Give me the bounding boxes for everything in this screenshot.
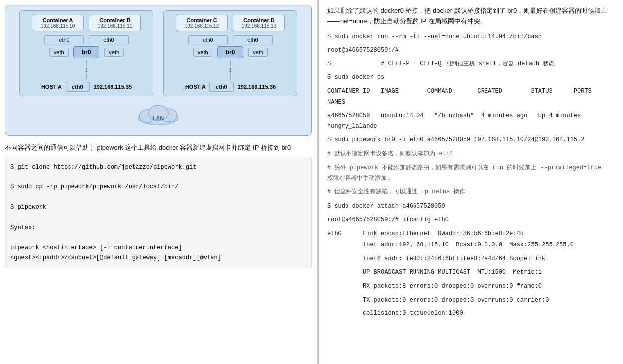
host-bottom-1: HOST A eth0 192.168.115.35 — [24, 82, 149, 92]
container-d-ip: 192.168.115.13 — [237, 23, 280, 29]
container-d-name: Container D — [237, 17, 280, 23]
eth0-row-1: eth0 eth0 — [24, 35, 149, 44]
container-c-name: Container C — [180, 17, 223, 23]
container-a-name: Container A — [36, 17, 79, 23]
code-line: CONTAINER ID IMAGE COMMAND CREATED STATU… — [327, 86, 615, 108]
br0-2: br0 — [217, 46, 244, 58]
container-a: Container A 192.168.115.10 — [32, 15, 84, 31]
svg-text:LAN: LAN — [153, 115, 164, 121]
host-a2-label: HOST A — [185, 84, 206, 90]
container-d: Container D 192.168.115.13 — [233, 15, 285, 31]
bridge-row-2: veth br0 veth — [168, 46, 293, 58]
comment-line: # 但这种安全性有缺陷，可以通过 ip netns 操作 — [327, 187, 615, 197]
connector-1: ↕ — [24, 60, 149, 80]
code-line: root@a46657528059:/# — [327, 45, 615, 56]
network-diagram: Container A 192.168.115.10 Container B 1… — [5, 5, 312, 136]
left-description: 不同容器之间的通信可以借助于 pipework 这个工具给 docker 容器新… — [5, 143, 312, 153]
code-line: $ sudo pipework br0 -i eth0 a46657528059… — [327, 135, 615, 146]
lan-cloud-svg: LAN — [134, 100, 183, 127]
veth-right-1: veth — [104, 48, 124, 57]
veth-right-2: veth — [248, 48, 268, 57]
container-b: Container B 192.168.115.11 — [89, 15, 141, 31]
code-line: inet6 addr: fe80::84b6:6bff:fee8:2e4d/64… — [327, 254, 615, 265]
connector-2: ↕ — [168, 60, 293, 80]
veth-left-1: veth — [49, 48, 69, 57]
host-a2-ip: 192.168.115.36 — [238, 84, 276, 90]
veth-left-2: veth — [193, 48, 212, 57]
br0-1: br0 — [73, 46, 100, 58]
comment-line: # 另外 pipework 不能添加静态路由，如果有需求则可以在 run 的时候… — [327, 163, 615, 183]
eth0-box-right-1: eth0 — [89, 35, 129, 44]
host-bottom-2: HOST A eth0 192.168.115.36 — [168, 82, 293, 92]
code-line: $ # Ctrl-P + Ctrl-Q 回到宿主机 shell，容器 detac… — [327, 59, 615, 70]
host-a1-label: HOST A — [41, 84, 62, 90]
right-panel: 如果删除了默认的 docker0 桥接，把 docker 默认桥接指定到了 br… — [319, 0, 623, 364]
code-line: collisions:0 txqueuelen:1000 — [327, 308, 615, 319]
left-code-block: $ git clone https://github.com/jpetazzo/… — [5, 158, 312, 268]
containers-row-1: Container A 192.168.115.10 Container B 1… — [24, 15, 149, 31]
code-line: $ sudo docker attach a46657528059 — [327, 201, 615, 212]
right-lines-container: $ sudo docker run --rm -ti --net=none ub… — [327, 32, 615, 319]
containers-row-2: Container C 192.168.115.12 Container D 1… — [168, 15, 293, 31]
vline-1b — [86, 74, 87, 80]
arrow-1: ↕ — [84, 66, 88, 74]
hosts-row: Container A 192.168.115.10 Container B 1… — [10, 10, 306, 96]
bridge-row-1: veth br0 veth — [24, 46, 149, 58]
eth0-box-left-2: eth0 — [188, 35, 228, 44]
arrow-2: ↕ — [228, 66, 232, 74]
code-line: inet addr:192.168.115.10 Bcast:0.0.0.0 M… — [327, 240, 615, 251]
code-line: $ sudo docker run --rm -ti --net=none ub… — [327, 32, 615, 43]
container-c-ip: 192.168.115.12 — [180, 23, 223, 29]
code-line: RX packets:8 errors:0 dropped:0 overruns… — [327, 281, 615, 292]
right-description: 如果删除了默认的 docker0 桥接，把 docker 默认桥接指定到了 br… — [327, 6, 615, 27]
code-line: a46657528059 ubuntu:14.04 "/bin/bash" 4 … — [327, 111, 615, 132]
container-b-ip: 192.168.115.11 — [93, 23, 137, 29]
code-line: UP BROADCAST RUNNING MULTICAST MTU:1500 … — [327, 267, 615, 278]
code-line: TX packets:9 errors:0 dropped:0 overruns… — [327, 295, 615, 306]
code-line: eth0 Link encap:Ethernet HWaddr 86:b6:6b… — [327, 229, 615, 240]
eth0-box-left-1: eth0 — [44, 35, 84, 44]
container-c: Container C 192.168.115.12 — [176, 15, 228, 31]
host-a1-ip: 192.168.115.35 — [94, 84, 132, 90]
container-b-name: Container B — [93, 17, 137, 23]
container-a-ip: 192.168.115.10 — [36, 23, 79, 29]
host-a1-block: Container A 192.168.115.10 Container B 1… — [19, 10, 153, 96]
eth0-row-2: eth0 eth0 — [168, 35, 293, 44]
host-eth-2: eth0 — [209, 82, 234, 92]
left-panel: Container A 192.168.115.10 Container B 1… — [0, 0, 318, 364]
vline-2b — [230, 74, 231, 80]
lan-area: LAN — [10, 100, 306, 127]
code-line: root@a46657528059:/# ifconfig eth0 — [327, 215, 615, 226]
comment-line: # 默认不指定网卡设备名，则默认添加为 eth1 — [327, 149, 615, 159]
code-line: $ sudo docker ps — [327, 72, 615, 83]
host-a2-block: Container C 192.168.115.12 Container D 1… — [163, 10, 297, 96]
eth0-box-right-2: eth0 — [233, 35, 273, 44]
host-eth-1: eth0 — [66, 82, 90, 92]
